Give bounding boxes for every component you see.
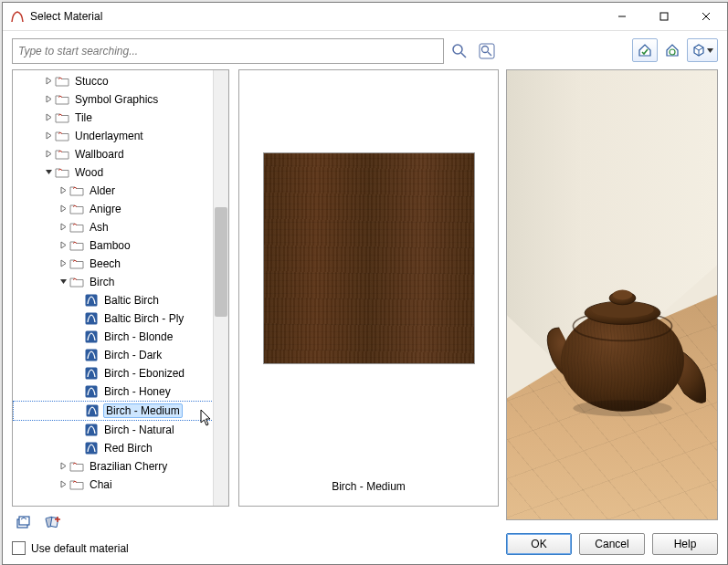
svg-line-5	[461, 53, 466, 58]
material-icon	[84, 366, 99, 381]
material-swatch[interactable]	[263, 152, 475, 364]
tree-folder[interactable]: Alder	[13, 182, 214, 200]
expand-icon[interactable]	[57, 258, 69, 269]
material-tree[interactable]: StuccoSymbol GraphicsTileUnderlaymentWal…	[13, 70, 214, 506]
tree-folder[interactable]: Underlayment	[13, 127, 214, 145]
tree-item-label: Chai	[90, 478, 112, 491]
material-swatch-pane: Birch - Medium	[238, 69, 499, 507]
search-button[interactable]	[448, 39, 471, 63]
tree-item-label: Bamboo	[90, 239, 131, 252]
maximize-button[interactable]	[643, 3, 685, 30]
expand-icon[interactable]	[42, 76, 55, 87]
dialog-body: StuccoSymbol GraphicsTileUnderlaymentWal…	[3, 31, 727, 564]
folder-icon	[69, 275, 84, 289]
tree-item-label: Birch - Natural	[104, 424, 174, 436]
tree-leaf[interactable]: Birch - Natural	[13, 421, 214, 439]
tree-leaf[interactable]: Birch - Medium	[13, 401, 214, 421]
svg-point-33	[574, 400, 672, 416]
window-title: Select Material	[30, 10, 601, 23]
tree-leaf[interactable]: Birch - Ebonized	[13, 364, 214, 382]
expand-icon[interactable]	[57, 461, 69, 472]
tree-item-label: Baltic Birch - Ply	[104, 312, 184, 325]
material-tree-pane: StuccoSymbol GraphicsTileUnderlaymentWal…	[12, 69, 229, 507]
folder-icon	[69, 459, 84, 474]
tree-item-label: Stucco	[75, 75, 109, 88]
magnifier-icon	[451, 43, 468, 59]
folder-icon	[69, 256, 84, 271]
tree-folder[interactable]: Tile	[13, 109, 214, 127]
elevation-view-button[interactable]	[659, 38, 685, 62]
preview-options-button[interactable]	[687, 38, 718, 62]
material-icon	[84, 441, 99, 455]
tree-folder[interactable]: Wood	[13, 163, 214, 182]
tree-item-label: Birch - Medium	[106, 404, 180, 417]
tree-leaf[interactable]: Red Birch	[13, 439, 214, 457]
right-column: OK Cancel Help	[506, 38, 718, 555]
tree-folder[interactable]: Stucco	[13, 72, 214, 90]
tree-item-label: Baltic Birch	[104, 294, 159, 307]
expand-icon[interactable]	[42, 149, 55, 160]
expand-icon[interactable]	[42, 94, 55, 105]
expand-icon[interactable]	[57, 185, 69, 196]
expand-icon[interactable]	[57, 479, 69, 490]
minimize-button[interactable]	[601, 3, 643, 30]
svg-rect-1	[660, 13, 668, 20]
tree-leaf[interactable]: Birch - Blonde	[13, 328, 214, 346]
tree-item-label: Birch - Blonde	[104, 330, 173, 343]
ok-button[interactable]: OK	[506, 533, 572, 555]
tree-item-label: Underlayment	[75, 130, 143, 142]
material-icon	[84, 384, 99, 399]
close-button[interactable]	[685, 3, 727, 30]
tree-folder[interactable]: Ash	[13, 218, 214, 236]
search-row	[12, 38, 499, 64]
magnifier-box-icon	[479, 43, 495, 59]
tree-folder[interactable]: Symbol Graphics	[13, 90, 214, 109]
search-input[interactable]	[12, 38, 444, 64]
tree-leaf[interactable]: Baltic Birch	[13, 291, 214, 309]
tree-folder[interactable]: Wallboard	[13, 145, 214, 163]
help-button[interactable]: Help	[652, 533, 718, 555]
tree-item-label: Brazilian Cherry	[90, 460, 167, 473]
tree-item-label: Red Birch	[104, 442, 153, 455]
expand-icon[interactable]	[42, 112, 55, 123]
tree-item-label: Symbol Graphics	[75, 93, 158, 106]
tree-folder[interactable]: Chai	[13, 476, 214, 494]
material-icon	[84, 330, 99, 344]
expand-icon[interactable]	[57, 240, 69, 251]
cards-plus-icon	[45, 514, 61, 530]
preview-3d[interactable]	[506, 69, 718, 520]
library-options-button[interactable]	[12, 510, 36, 534]
tree-item-label: Tile	[75, 111, 92, 124]
add-library-button[interactable]	[41, 510, 65, 534]
tree-leaf[interactable]: Baltic Birch - Ply	[13, 309, 214, 328]
plan-view-button[interactable]	[632, 38, 658, 62]
cancel-button[interactable]: Cancel	[579, 533, 645, 555]
folder-icon	[55, 74, 69, 89]
left-column: StuccoSymbol GraphicsTileUnderlaymentWal…	[12, 38, 499, 555]
collapse-icon[interactable]	[42, 167, 55, 178]
tree-item-label: Beech	[90, 257, 121, 270]
use-default-material-checkbox[interactable]	[12, 541, 26, 555]
scrollbar-thumb[interactable]	[215, 207, 227, 317]
tree-folder[interactable]: Birch	[13, 273, 214, 291]
use-default-material-row: Use default material	[12, 541, 499, 555]
collapse-icon[interactable]	[57, 277, 69, 288]
expand-icon[interactable]	[42, 131, 55, 141]
tree-folder[interactable]: Bamboo	[13, 236, 214, 255]
tree-leaf[interactable]: Birch - Honey	[13, 382, 214, 401]
expand-icon[interactable]	[57, 204, 69, 214]
svg-line-8	[488, 52, 491, 56]
search-options-button[interactable]	[475, 39, 499, 63]
tree-item-label: Wallboard	[75, 148, 124, 161]
swatch-area	[239, 70, 498, 473]
tree-folder[interactable]: Beech	[13, 255, 214, 273]
tree-scrollbar[interactable]	[213, 70, 228, 506]
titlebar: Select Material	[3, 3, 727, 31]
tree-folder[interactable]: Brazilian Cherry	[13, 457, 214, 476]
tree-leaf[interactable]: Birch - Dark	[13, 346, 214, 364]
tree-folder[interactable]: Anigre	[13, 200, 214, 218]
window-controls	[601, 3, 727, 30]
expand-icon[interactable]	[57, 222, 69, 233]
folder-icon	[55, 165, 69, 180]
folder-icon	[69, 220, 84, 235]
